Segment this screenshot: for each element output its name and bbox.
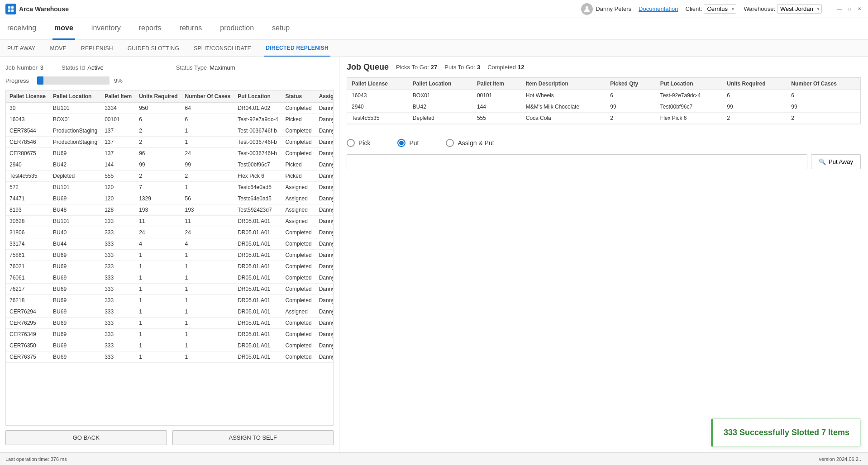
radio-pick-label: Pick (358, 139, 370, 147)
table-cell: Completed (282, 295, 315, 306)
table-cell: 1329 (135, 193, 181, 204)
put-away-input[interactable] (347, 154, 807, 169)
put-away-row: 🔍 Put Away (347, 154, 861, 169)
table-cell: 333 (101, 238, 135, 250)
table-cell: 11 (181, 216, 234, 227)
status-type-label: Status Type (176, 64, 207, 71)
nav-item-production[interactable]: production (218, 18, 256, 40)
close-button[interactable]: ✕ (856, 6, 863, 12)
queue-col-units-required: Units Required (722, 78, 787, 90)
table-cell: Test-92e7a9dc-4 (234, 114, 281, 125)
sub-nav-item-directed-replenish[interactable]: DIRECTED REPLENISH (264, 40, 330, 57)
nav-item-inventory[interactable]: inventory (90, 18, 123, 40)
table-cell: CER76295 (6, 318, 49, 329)
table-cell: BU69 (49, 284, 101, 295)
table-cell: 24 (135, 227, 181, 238)
sub-nav-item-guided-slotting[interactable]: GUIDED SLOTTING (126, 41, 181, 56)
sub-nav-item-split-consolidate[interactable]: SPLIT/CONSOLIDATE (192, 41, 253, 56)
status-bar: Last operation time: 376 ms version 2024… (0, 452, 868, 465)
nav-item-move[interactable]: move (52, 18, 75, 40)
table-cell: DR04.01.A02 (234, 103, 281, 114)
table-cell: 333 (101, 284, 135, 295)
table-cell: Assigned (282, 204, 315, 216)
sub-nav-item-move[interactable]: MOVE (48, 41, 68, 56)
table-cell: 76021 (6, 261, 49, 272)
queue-col-pallet-item: Pallet Item (472, 78, 521, 90)
minimize-button[interactable]: — (836, 6, 843, 12)
version: version 2024.06.2... (819, 456, 863, 462)
table-cell: CER80675 (6, 148, 49, 159)
sub-nav-item-replenish[interactable]: REPLENISH (79, 41, 115, 56)
picks-to-go-value: 27 (431, 64, 437, 71)
right-panel: Job Queue Picks To Go: 27 Puts To Go: 3 … (339, 57, 868, 452)
table-row: 30BU101333495064DR04.01.A02CompletedDann… (6, 103, 334, 114)
assign-to-self-button[interactable]: ASSIGN TO SELF (172, 430, 334, 445)
nav-item-setup[interactable]: setup (270, 18, 291, 40)
table-cell: Completed (282, 238, 315, 250)
left-col-pallet-location: Pallet Location (49, 90, 101, 103)
left-table: Pallet LicensePallet LocationPallet Item… (6, 90, 334, 363)
put-away-button[interactable]: 🔍 Put Away (811, 154, 861, 169)
queue-table-cell: Depleted (408, 113, 472, 124)
table-cell: Danny Peters (315, 103, 334, 114)
queue-table-cell: Hot Wheels (521, 90, 606, 101)
table-cell: BU69 (49, 148, 101, 159)
table-cell: 76217 (6, 284, 49, 295)
status-id-item: Status Id Active (62, 64, 104, 71)
table-cell: 193 (135, 204, 181, 216)
maximize-button[interactable]: □ (846, 6, 853, 12)
table-cell: DR05.01.A01 (234, 227, 281, 238)
go-back-button[interactable]: GO BACK (5, 430, 167, 445)
table-cell: Completed (282, 329, 315, 340)
warehouse-dropdown[interactable]: West Jordan (777, 4, 822, 14)
queue-table-cell: 6 (787, 90, 860, 101)
queue-table-cell: BOX01 (408, 90, 472, 101)
table-cell: Assigned (282, 182, 315, 193)
radio-pick[interactable]: Pick (347, 139, 370, 147)
radio-assign-put[interactable]: Assign & Put (446, 139, 494, 147)
table-row: 76217BU6933311DR05.01.A01CompletedDanny … (6, 284, 334, 295)
table-cell: 76061 (6, 272, 49, 284)
nav-item-reports[interactable]: reports (137, 18, 163, 40)
documentation-link[interactable]: Documentation (639, 5, 678, 12)
table-cell: Danny Peters (315, 216, 334, 227)
table-row: CER78546ProductionStaging13721Test-00367… (6, 137, 334, 148)
table-row: 16043BOX0100101Hot Wheels6Test-92e7a9dc-… (347, 90, 860, 101)
table-cell: BU69 (49, 250, 101, 261)
left-table-head: Pallet LicensePallet LocationPallet Item… (6, 90, 334, 103)
warehouse-dropdown-wrapper[interactable]: West Jordan (777, 4, 822, 14)
table-cell: 99 (135, 159, 181, 171)
nav-item-receiving[interactable]: receiving (5, 18, 38, 40)
table-cell: 00101 (101, 114, 135, 125)
table-cell: 64 (181, 103, 234, 114)
table-cell: Danny Peters (315, 261, 334, 272)
client-dropdown[interactable]: Cerritus (704, 4, 736, 14)
table-cell: DR05.01.A01 (234, 306, 281, 318)
left-panel: Job Number 3 Status Id Active Status Typ… (0, 57, 339, 452)
puts-to-go-stat: Puts To Go: 3 (444, 64, 480, 71)
svg-rect-2 (8, 9, 10, 12)
nav-item-returns[interactable]: returns (178, 18, 204, 40)
table-cell: 2 (135, 137, 181, 148)
radio-put[interactable]: Put (397, 139, 419, 147)
table-cell: Depleted (49, 171, 101, 182)
queue-table-cell: 2 (787, 113, 860, 124)
table-cell: 1 (181, 340, 234, 351)
table-cell: Completed (282, 340, 315, 351)
table-cell: 120 (101, 193, 135, 204)
sub-nav-item-put-away[interactable]: PUT AWAY (5, 41, 37, 56)
table-cell: 333 (101, 295, 135, 306)
table-cell: BU69 (49, 272, 101, 284)
table-cell: Danny Peters (315, 171, 334, 182)
client-select: Client: Cerritus (686, 4, 737, 14)
table-row: 572BU10112071Testc64e0ad5AssignedDanny P… (6, 182, 334, 193)
table-cell: Danny Peters (315, 318, 334, 329)
table-cell: Danny Peters (315, 284, 334, 295)
client-dropdown-wrapper[interactable]: Cerritus (704, 4, 736, 14)
table-cell: 1 (135, 351, 181, 363)
table-cell: CER78546 (6, 137, 49, 148)
warehouse-select: Warehouse: West Jordan (744, 4, 822, 14)
radio-put-label: Put (409, 139, 419, 147)
left-col-put-location: Put Location (234, 90, 281, 103)
progress-bar-bg (37, 76, 110, 85)
